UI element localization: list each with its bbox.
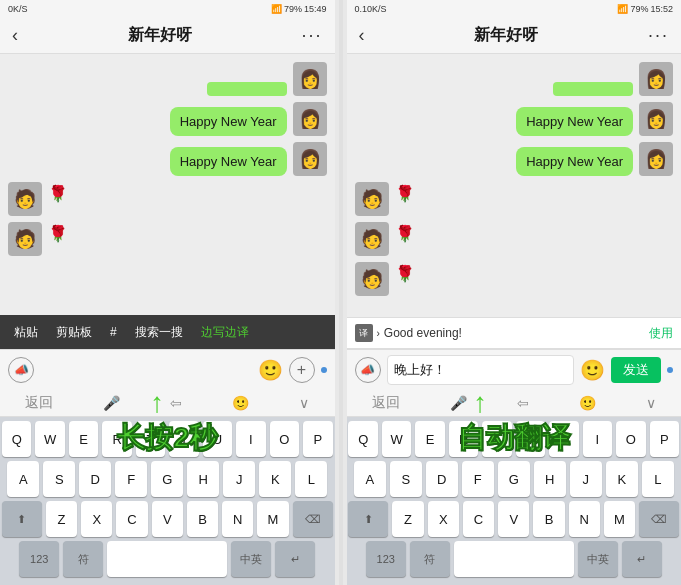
key-E-right[interactable]: E (415, 421, 444, 457)
voice-button-right[interactable]: 📣 (355, 357, 381, 383)
key-S-right[interactable]: S (390, 461, 422, 497)
input-field-right[interactable]: 晚上好！ (387, 355, 575, 385)
key-B-right[interactable]: B (533, 501, 564, 537)
key-L-right[interactable]: L (642, 461, 674, 497)
key-W-left[interactable]: W (35, 421, 64, 457)
key-I-right[interactable]: I (583, 421, 612, 457)
key-M-right[interactable]: M (604, 501, 635, 537)
emoji-option-5[interactable]: ∨ (299, 395, 309, 411)
key-G-right[interactable]: G (498, 461, 530, 497)
key-O-right[interactable]: O (616, 421, 645, 457)
key-P-right[interactable]: P (650, 421, 679, 457)
key-A-left[interactable]: A (7, 461, 39, 497)
emoji-row-left: 返回 🎤 ⇦ 🙂 ∨ (0, 389, 335, 417)
key-R-right[interactable]: R (449, 421, 478, 457)
key-K-right[interactable]: K (606, 461, 638, 497)
key-Z-right[interactable]: Z (392, 501, 423, 537)
emoji-option-3[interactable]: ⇦ (170, 395, 182, 411)
keyboard-row-3-left: ⬆ Z X C V B N M ⌫ (2, 501, 333, 537)
key-enter-right[interactable]: ↵ (622, 541, 662, 577)
key-R-left[interactable]: R (102, 421, 131, 457)
key-C-right[interactable]: C (463, 501, 494, 537)
key-M-left[interactable]: M (257, 501, 288, 537)
msg-row-r1: Happy New Year 👩 (355, 102, 674, 136)
ctx-translate[interactable]: 边写边译 (193, 321, 257, 344)
emoji-button-left[interactable]: 🙂 (258, 358, 283, 382)
key-cnen-right[interactable]: 中英 (578, 541, 618, 577)
key-I-left[interactable]: I (236, 421, 265, 457)
key-shift-left[interactable]: ⬆ (2, 501, 42, 537)
key-T-left[interactable]: T (136, 421, 165, 457)
key-del-left[interactable]: ⌫ (293, 501, 333, 537)
emoji-option-r2[interactable]: 🎤 (450, 395, 467, 411)
send-button[interactable]: 发送 (611, 357, 661, 383)
key-N-right[interactable]: N (569, 501, 600, 537)
more-button-left[interactable]: ··· (301, 25, 322, 46)
key-L-left[interactable]: L (295, 461, 327, 497)
key-X-right[interactable]: X (428, 501, 459, 537)
key-K-left[interactable]: K (259, 461, 291, 497)
key-A-right[interactable]: A (354, 461, 386, 497)
key-B-left[interactable]: B (187, 501, 218, 537)
ctx-search[interactable]: 搜索一搜 (127, 321, 191, 344)
key-space-left[interactable] (107, 541, 227, 577)
chat-title-right: 新年好呀 (474, 25, 538, 46)
key-C-left[interactable]: C (116, 501, 147, 537)
key-J-left[interactable]: J (223, 461, 255, 497)
key-Y-left[interactable]: Y (169, 421, 198, 457)
key-W-right[interactable]: W (382, 421, 411, 457)
emoji-option-1[interactable]: 返回 (25, 394, 53, 412)
left-msg-r3: 🧑 🌹 (355, 262, 674, 296)
ctx-clipboard[interactable]: 剪贴板 (48, 321, 100, 344)
emoji-option-r3[interactable]: ⇦ (517, 395, 529, 411)
key-Z-left[interactable]: Z (46, 501, 77, 537)
key-D-right[interactable]: D (426, 461, 458, 497)
key-symbol-left[interactable]: 符 (63, 541, 103, 577)
key-del-right[interactable]: ⌫ (639, 501, 679, 537)
key-U-left[interactable]: U (203, 421, 232, 457)
emoji-option-2[interactable]: 🎤 (103, 395, 120, 411)
key-X-left[interactable]: X (81, 501, 112, 537)
nav-bar-right: ‹ 新年好呀 ··· (347, 18, 682, 54)
key-123-left[interactable]: 123 (19, 541, 59, 577)
emoji-option-r1[interactable]: 返回 (372, 394, 400, 412)
key-H-left[interactable]: H (187, 461, 219, 497)
key-U-right[interactable]: U (549, 421, 578, 457)
use-translation-button[interactable]: 使用 (649, 325, 673, 342)
emoji-option-r5[interactable]: ∨ (646, 395, 656, 411)
status-right-left: 📶 79% 15:49 (271, 4, 327, 14)
more-button-right[interactable]: ··· (648, 25, 669, 46)
key-123-right[interactable]: 123 (366, 541, 406, 577)
key-Q-left[interactable]: Q (2, 421, 31, 457)
voice-button-left[interactable]: 📣 (8, 357, 34, 383)
emoji-button-right[interactable]: 🙂 (580, 358, 605, 382)
key-enter-left[interactable]: ↵ (275, 541, 315, 577)
key-F-right[interactable]: F (462, 461, 494, 497)
key-cnen-left[interactable]: 中英 (231, 541, 271, 577)
key-shift-right[interactable]: ⬆ (348, 501, 388, 537)
key-G-left[interactable]: G (151, 461, 183, 497)
back-button-left[interactable]: ‹ (12, 25, 18, 46)
add-button-left[interactable]: + (289, 357, 315, 383)
ctx-hash[interactable]: # (102, 322, 125, 342)
key-N-left[interactable]: N (222, 501, 253, 537)
key-V-left[interactable]: V (152, 501, 183, 537)
key-Y-right[interactable]: Y (516, 421, 545, 457)
key-Q-right[interactable]: Q (348, 421, 377, 457)
key-J-right[interactable]: J (570, 461, 602, 497)
emoji-option-r4[interactable]: 🙂 (579, 395, 596, 411)
key-P-left[interactable]: P (303, 421, 332, 457)
key-O-left[interactable]: O (270, 421, 299, 457)
key-V-right[interactable]: V (498, 501, 529, 537)
emoji-option-4[interactable]: 🙂 (232, 395, 249, 411)
ctx-paste[interactable]: 粘贴 (6, 321, 46, 344)
key-space-right[interactable] (454, 541, 574, 577)
key-S-left[interactable]: S (43, 461, 75, 497)
key-D-left[interactable]: D (79, 461, 111, 497)
key-T-right[interactable]: T (482, 421, 511, 457)
key-F-left[interactable]: F (115, 461, 147, 497)
back-button-right[interactable]: ‹ (359, 25, 365, 46)
key-H-right[interactable]: H (534, 461, 566, 497)
key-E-left[interactable]: E (69, 421, 98, 457)
key-symbol-right[interactable]: 符 (410, 541, 450, 577)
